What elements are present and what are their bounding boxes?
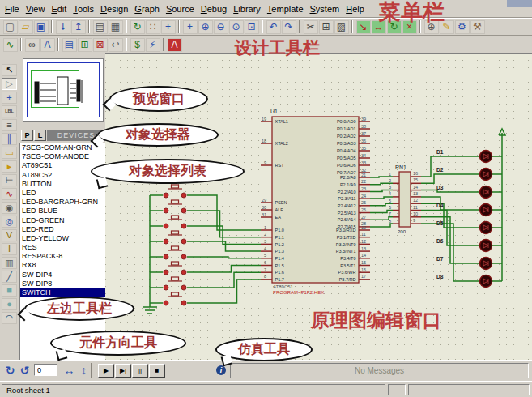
cut-icon[interactable]: ✂	[304, 20, 318, 34]
rotate-anticlockwise-icon[interactable]: ↺	[18, 363, 32, 377]
property-assignment-tool-icon[interactable]: A	[40, 38, 55, 52]
copy-icon[interactable]: ⊞	[319, 20, 334, 34]
menu-design[interactable]: Design	[97, 4, 131, 14]
open-file-icon[interactable]: ▱	[19, 20, 33, 34]
netlist-to-ares-icon[interactable]: A	[168, 38, 182, 52]
2d-circle-mode-icon[interactable]: ●	[2, 298, 17, 310]
play-button[interactable]: ▶	[98, 364, 114, 378]
wire-autorouter-icon[interactable]: ∿	[3, 38, 18, 52]
goto-sheet-icon[interactable]: ↩	[109, 38, 123, 52]
refresh-display-icon[interactable]: ↻	[130, 20, 145, 34]
export-section-icon[interactable]: ↥	[71, 20, 86, 34]
text-script-mode-icon[interactable]: ≡	[2, 119, 17, 131]
graph-mode-icon[interactable]: ∿	[2, 188, 17, 200]
pick-device-button[interactable]: P	[21, 130, 33, 141]
preview-window[interactable]	[23, 58, 104, 122]
zoom-in-icon[interactable]: ⊕	[198, 20, 213, 34]
subcircuit-mode-icon[interactable]: ▭	[2, 147, 17, 159]
component-mode-icon[interactable]: ▷	[2, 78, 17, 90]
device-pin-mode-icon[interactable]: ⊢	[2, 174, 17, 186]
mcu-u1[interactable]: U1AT89C51PROGRAM=P1P2.HEX19XTAL118XTAL29…	[261, 109, 370, 295]
stop-button[interactable]: ■	[149, 364, 165, 378]
device-item[interactable]: 7SEG-COM-AN-GRN	[20, 143, 105, 152]
svg-text:P0.6/AD6: P0.6/AD6	[337, 163, 356, 168]
menu-tools[interactable]: Tools	[70, 4, 97, 14]
rotation-angle-input[interactable]	[34, 364, 57, 376]
paste-icon[interactable]: ▨	[334, 20, 349, 34]
zoom-all-icon[interactable]: ⊙	[229, 20, 244, 34]
svg-text:16: 16	[361, 267, 366, 272]
menu-template[interactable]: Template	[264, 4, 307, 14]
generator-mode-icon[interactable]: ◎	[2, 216, 17, 228]
current-probe-mode-icon[interactable]: I	[2, 243, 17, 255]
svg-text:D2: D2	[436, 167, 444, 173]
2d-line-mode-icon[interactable]: ╱	[2, 271, 17, 283]
block-copy-icon[interactable]: ↘	[356, 20, 371, 34]
device-item[interactable]: 7SEG-COM-ANODE	[20, 152, 105, 161]
zoom-area-icon[interactable]: ⊡	[245, 20, 259, 34]
terminal-mode-icon[interactable]: ▸	[2, 160, 17, 173]
device-item[interactable]: SW-DIP8	[20, 280, 105, 288]
search-and-tag-icon[interactable]: ∞	[25, 38, 40, 52]
proteus-isis-window: FileViewEditToolsDesignGraphSourceDebugL…	[0, 0, 532, 397]
origin-icon[interactable]: +	[161, 20, 176, 34]
toggle-grid-icon[interactable]: ∷	[146, 20, 160, 34]
redo-icon[interactable]: ↷	[282, 20, 296, 34]
electrical-rule-check-icon[interactable]: ⚡	[146, 38, 160, 52]
undo-icon[interactable]: ↶	[266, 20, 281, 34]
selection-mode-icon[interactable]: ↖	[2, 64, 17, 76]
device-item[interactable]: RX8	[20, 261, 105, 270]
pan-icon[interactable]: +	[183, 20, 198, 34]
menu-file[interactable]: File	[2, 4, 23, 14]
device-item[interactable]: SW-DIP4	[20, 271, 105, 280]
rotate-clockwise-icon[interactable]: ↻	[3, 363, 17, 377]
led-column[interactable]: D1D2D3D4D5D6D7D8	[436, 149, 492, 288]
device-item[interactable]: LED-YELLOW	[20, 234, 105, 243]
library-manager-button[interactable]: L	[34, 130, 46, 141]
zoom-out-icon[interactable]: ⊖	[214, 20, 228, 34]
pause-button[interactable]: ||	[132, 364, 148, 378]
wire-label-mode-icon[interactable]: LBL	[2, 105, 17, 117]
menu-edit[interactable]: Edit	[48, 4, 70, 14]
mark-print-area-icon[interactable]: ▦	[109, 20, 123, 34]
new-sheet-icon[interactable]: ⊞	[78, 38, 92, 52]
device-list[interactable]: 7SEG-COM-AN-GRN7SEG-COM-ANODEAT89C51AT89…	[19, 143, 105, 360]
device-item[interactable]: LED-BARGRAPH-GRN	[20, 198, 105, 207]
device-item[interactable]: RESPACK-8	[20, 252, 105, 261]
2d-arc-mode-icon[interactable]: ◠	[2, 312, 17, 324]
bill-of-materials-icon[interactable]: $	[130, 38, 145, 52]
import-section-icon[interactable]: ↧	[56, 20, 70, 34]
menu-graph[interactable]: Graph	[131, 4, 163, 14]
packaging-tool-icon[interactable]: ⚙	[455, 20, 470, 34]
device-item[interactable]: LED-GREEN	[20, 216, 105, 225]
save-file-icon[interactable]: ▣	[34, 20, 49, 34]
device-item[interactable]: BUTTON	[20, 180, 105, 189]
menu-view[interactable]: View	[23, 4, 49, 14]
voltage-probe-mode-icon[interactable]: V	[2, 229, 17, 241]
mirror-vertical-icon[interactable]: ↕	[77, 363, 91, 377]
junction-dot-mode-icon[interactable]: +	[2, 92, 17, 104]
resistor-network-rn1[interactable]: RN120011621531441351261171089	[389, 164, 421, 234]
menu-source[interactable]: Source	[163, 4, 198, 14]
push-buttons[interactable]	[164, 185, 186, 305]
status-bar: Root sheet 1	[0, 381, 532, 397]
device-item[interactable]: RES	[20, 243, 105, 252]
mirror-horizontal-icon[interactable]: ↔	[62, 363, 76, 377]
virtual-instruments-mode-icon[interactable]: ▥	[2, 257, 17, 269]
menu-library[interactable]: Library	[230, 4, 264, 14]
bus-mode-icon[interactable]: ╫	[2, 133, 17, 145]
new-file-icon[interactable]: ▢	[3, 20, 18, 34]
tape-recorder-mode-icon[interactable]: ◉	[2, 202, 17, 214]
remove-sheet-icon[interactable]: ⊠	[93, 38, 108, 52]
menu-debug[interactable]: Debug	[198, 4, 230, 14]
decompose-icon[interactable]: ⚒	[470, 20, 485, 34]
design-explorer-icon[interactable]: ▤	[62, 38, 77, 52]
2d-box-mode-icon[interactable]: ■	[2, 284, 17, 297]
menu-help[interactable]: Help	[343, 4, 368, 14]
print-icon[interactable]: ▤	[93, 20, 108, 34]
device-item[interactable]: LED-BLUE	[20, 207, 105, 216]
menu-system[interactable]: System	[307, 4, 343, 14]
step-button[interactable]: ▶|	[115, 364, 131, 378]
device-item[interactable]: LED-RED	[20, 225, 105, 234]
device-item[interactable]: LED	[20, 189, 105, 198]
